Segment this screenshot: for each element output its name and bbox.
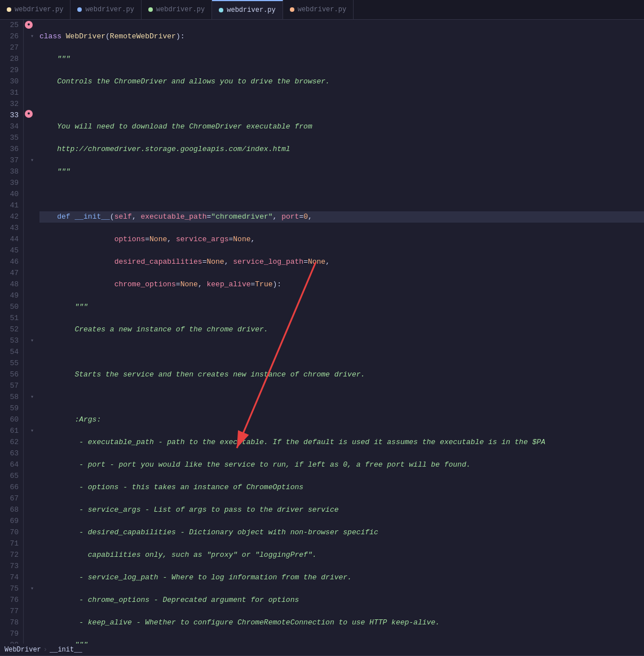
ln-71: 71 bbox=[2, 538, 19, 549]
ln-66: 66 bbox=[2, 482, 19, 493]
gutter: ● ▾ ● ▾ ▾ ▾ ▾ ▾ bbox=[24, 20, 35, 644]
ln-44: 44 bbox=[2, 234, 19, 245]
ln-34: 34 bbox=[2, 121, 19, 132]
tab-label-4: webdriver.py bbox=[227, 6, 275, 14]
code-content[interactable]: class WebDriver(RemoteWebDriver): """ Co… bbox=[35, 20, 644, 644]
ln-39: 39 bbox=[2, 178, 19, 189]
breakpoint-33[interactable]: ● bbox=[25, 110, 33, 118]
tab-label-2: webdriver.py bbox=[85, 6, 134, 14]
code-line-36: chrome_options=None, keep_alive=True): bbox=[39, 279, 644, 290]
tab-dot-5 bbox=[290, 7, 294, 12]
code-line-37: """ bbox=[39, 302, 644, 313]
ln-69: 69 bbox=[2, 516, 19, 527]
ln-48: 48 bbox=[2, 279, 19, 290]
ln-42: 42 bbox=[2, 211, 19, 223]
code-line-42: :Args: bbox=[39, 414, 644, 425]
ln-73: 73 bbox=[2, 561, 19, 572]
fold-61[interactable]: ▾ bbox=[30, 425, 34, 437]
ln-37: 37 bbox=[2, 155, 19, 166]
ln-27: 27 bbox=[2, 42, 19, 54]
tab-dot-4 bbox=[219, 8, 223, 12]
tab-4[interactable]: webdriver.py bbox=[212, 0, 283, 20]
tab-dot-1 bbox=[7, 7, 11, 12]
ln-38: 38 bbox=[2, 166, 19, 178]
fold-37[interactable]: ▾ bbox=[30, 155, 34, 166]
code-line-48: capabilities only, such as "proxy" or "l… bbox=[39, 549, 644, 561]
ln-51: 51 bbox=[2, 313, 19, 324]
ln-63: 63 bbox=[2, 448, 19, 459]
code-line-27: Controls the ChromeDriver and allows you… bbox=[39, 76, 644, 87]
ln-70: 70 bbox=[2, 527, 19, 538]
tab-1[interactable]: webdriver.py bbox=[0, 0, 70, 20]
ln-40: 40 bbox=[2, 189, 19, 200]
ln-62: 62 bbox=[2, 437, 19, 448]
tab-2[interactable]: webdriver.py bbox=[70, 0, 141, 20]
code-line-30: http://chromedriver.storage.googleapis.c… bbox=[39, 144, 644, 155]
code-line-44: - port - port you would like the service… bbox=[39, 459, 644, 471]
code-line-32 bbox=[39, 189, 644, 200]
code-line-28 bbox=[39, 99, 644, 110]
ln-41: 41 bbox=[2, 200, 19, 211]
code-line-43: - executable_path - path to the executab… bbox=[39, 437, 644, 448]
code-line-34: options=None, service_args=None, bbox=[39, 234, 644, 245]
ln-47: 47 bbox=[2, 268, 19, 279]
code-area: 25 26 27 28 29 30 31 32 33 34 35 36 37 3… bbox=[0, 20, 644, 644]
ln-54: 54 bbox=[2, 347, 19, 358]
ln-61: 61 bbox=[2, 425, 19, 437]
code-line-25: class WebDriver(RemoteWebDriver): bbox=[39, 31, 644, 42]
ln-31: 31 bbox=[2, 87, 19, 99]
ln-72: 72 bbox=[2, 549, 19, 561]
ln-77: 77 bbox=[2, 606, 19, 617]
ln-75: 75 bbox=[2, 583, 19, 595]
editor: webdriver.py webdriver.py webdriver.py w… bbox=[0, 0, 644, 656]
ln-57: 57 bbox=[2, 380, 19, 392]
ln-76: 76 bbox=[2, 595, 19, 606]
breakpoint-25[interactable]: ● bbox=[25, 21, 33, 29]
ln-64: 64 bbox=[2, 459, 19, 471]
ln-52: 52 bbox=[2, 324, 19, 335]
ln-49: 49 bbox=[2, 290, 19, 302]
ln-60: 60 bbox=[2, 414, 19, 425]
fold-58[interactable]: ▾ bbox=[30, 392, 34, 403]
fold-75[interactable]: ▾ bbox=[30, 583, 34, 595]
ln-56: 56 bbox=[2, 369, 19, 380]
tab-3[interactable]: webdriver.py bbox=[142, 0, 212, 20]
ln-25: 25 bbox=[2, 20, 19, 31]
ln-36: 36 bbox=[2, 144, 19, 155]
ln-26: 26 bbox=[2, 31, 19, 42]
code-line-33: def __init__(self, executable_path="chro… bbox=[39, 211, 644, 223]
ln-32: 32 bbox=[2, 99, 19, 110]
ln-78: 78 bbox=[2, 617, 19, 628]
ln-80: 80 bbox=[2, 640, 19, 644]
fold-26[interactable]: ▾ bbox=[30, 31, 34, 42]
ln-46: 46 bbox=[2, 256, 19, 268]
code-line-29: You will need to download the ChromeDriv… bbox=[39, 121, 644, 132]
ln-30: 30 bbox=[2, 76, 19, 87]
code-line-38: Creates a new instance of the chrome dri… bbox=[39, 324, 644, 335]
breadcrumb: WebDriver › __init__ bbox=[0, 644, 644, 656]
code-line-50: - chrome_options - Deprecated argument f… bbox=[39, 595, 644, 606]
ln-68: 68 bbox=[2, 504, 19, 516]
ln-79: 79 bbox=[2, 628, 19, 640]
code-line-49: - service_log_path - Where to log inform… bbox=[39, 572, 644, 583]
ln-35: 35 bbox=[2, 132, 19, 144]
ln-29: 29 bbox=[2, 65, 19, 76]
tab-label-5: webdriver.py bbox=[298, 6, 346, 14]
tab-5[interactable]: webdriver.py bbox=[283, 0, 354, 20]
breadcrumb-separator: › bbox=[43, 646, 47, 654]
ln-65: 65 bbox=[2, 471, 19, 482]
fold-53[interactable]: ▾ bbox=[30, 335, 34, 347]
ln-33: 33 bbox=[2, 110, 19, 121]
code-line-47: - desired_capabilities - Dictionary obje… bbox=[39, 527, 644, 538]
ln-45: 45 bbox=[2, 245, 19, 256]
ln-43: 43 bbox=[2, 223, 19, 234]
ln-74: 74 bbox=[2, 572, 19, 583]
code-line-51: - keep_alive - Whether to configure Chro… bbox=[39, 617, 644, 628]
breadcrumb-class: WebDriver bbox=[5, 646, 41, 654]
code-line-52: """ bbox=[39, 640, 644, 644]
tab-label-3: webdriver.py bbox=[156, 6, 205, 14]
tab-dot-2 bbox=[77, 7, 82, 12]
code-line-35: desired_capabilities=None, service_log_p… bbox=[39, 256, 644, 268]
ln-28: 28 bbox=[2, 54, 19, 65]
ln-59: 59 bbox=[2, 403, 19, 414]
